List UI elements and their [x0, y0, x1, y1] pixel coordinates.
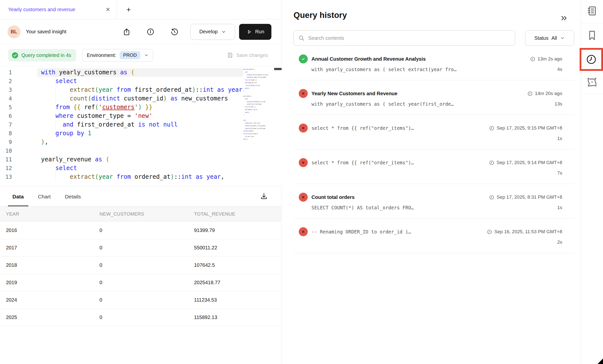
line-number: 11 [0, 155, 12, 164]
query-history-item[interactable]: Yearly New Customers and Revenue14m 20s … [294, 80, 574, 115]
clock-icon [586, 54, 597, 65]
table-cell: 0 [100, 297, 194, 303]
run-button[interactable]: Run [239, 24, 271, 40]
error-x-icon [299, 227, 308, 236]
divider [581, 93, 603, 94]
code-line-7[interactable]: 7 and first_ordered_at is not null [0, 120, 243, 129]
table-cell: 0 [100, 262, 194, 268]
environment-selector[interactable]: Environment: PROD [82, 49, 153, 61]
search-input[interactable] [308, 35, 510, 41]
play-icon [246, 29, 252, 35]
environment-label: Environment: [87, 52, 116, 58]
column-header: YEAR [6, 211, 100, 217]
new-tab-button[interactable]: + [124, 5, 134, 14]
run-label: Run [255, 29, 264, 35]
code-line-2[interactable]: 2 select [0, 77, 243, 86]
tab-data[interactable]: Data [12, 187, 24, 206]
mouse-cursor [598, 359, 603, 364]
table-cell: 115892.13 [194, 315, 282, 320]
code-line-4[interactable]: 4 count(distinct customer_id) as new_cus… [0, 94, 243, 103]
editor-minimap[interactable]: with yearly_customers as ( select extrac… [243, 68, 274, 178]
table-cell: 0 [100, 228, 194, 233]
tab-details[interactable]: Details [65, 187, 81, 206]
query-timestamp: 14m 20s ago [527, 91, 562, 96]
code-line-10[interactable]: 10 [0, 146, 243, 155]
indent-guide [70, 94, 70, 103]
code-line-5[interactable]: 5 from {{ ref('customers') }} [0, 103, 243, 112]
right-icon-rail [581, 0, 603, 364]
line-number: 12 [0, 164, 12, 173]
environment-value-badge: PROD [120, 51, 140, 59]
query-title: Annual Customer Growth and Revenue Analy… [311, 56, 426, 62]
results-tab-bar: DataChartDetails [0, 187, 282, 207]
line-number: 1 [0, 68, 12, 77]
code-line-3[interactable]: 3 extract(year from first_ordered_at)::i… [0, 86, 243, 94]
code-line-6[interactable]: 6 where customer_type = 'new' [0, 112, 243, 120]
close-icon[interactable]: ✕ [106, 7, 110, 12]
table-cell: 2018 [6, 262, 100, 268]
query-duration: 1s [557, 205, 562, 210]
query-history-item[interactable]: -- Renaming ORDER_ID to order_id i…Sep 1… [294, 219, 574, 253]
query-duration: 4s [557, 67, 562, 72]
table-cell: 107642.5 [194, 262, 282, 268]
dbt-icon[interactable] [586, 76, 598, 89]
indent-guide [55, 120, 56, 129]
query-sql-preview: -- Renaming ORDER_ID to order_id i… [311, 229, 411, 234]
history-icon[interactable] [170, 27, 179, 36]
info-icon[interactable] [146, 27, 155, 36]
query-history-item[interactable]: select * from {{ ref("order_items")…Sep … [294, 149, 574, 184]
line-number: 7 [0, 120, 12, 129]
code-line-9[interactable]: 9), [0, 138, 243, 146]
query-history-item[interactable]: Annual Customer Growth and Revenue Analy… [294, 46, 574, 80]
tab-chart[interactable]: Chart [38, 187, 51, 206]
code-viewport[interactable]: 1with yearly_customers as (2 select3 ext… [0, 68, 243, 181]
table-row: 201902025418.77 [0, 274, 282, 291]
status-filter-dropdown[interactable]: Status All [525, 30, 574, 46]
query-history-item[interactable]: select * from {{ ref("order_items")…Sep … [294, 115, 574, 149]
line-number: 10 [0, 146, 12, 155]
line-number: 13 [0, 173, 12, 181]
table-row: 20170550011.22 [0, 239, 282, 257]
indent-guide [55, 103, 56, 112]
search-input-wrapper[interactable] [294, 30, 515, 46]
table-cell: 2024 [6, 297, 100, 303]
page-title: Your saved insight [26, 29, 66, 35]
query-history-item[interactable]: Count total ordersSep 17, 2025, 8:31 PM … [294, 184, 574, 219]
check-circle-icon [12, 52, 18, 59]
error-x-icon [299, 158, 308, 167]
code-line-12[interactable]: 12 select [0, 164, 243, 173]
download-icon[interactable] [260, 192, 269, 201]
table-cell: 2025418.77 [194, 280, 282, 285]
query-timestamp: 13m 2s ago [530, 56, 562, 62]
develop-button[interactable]: Develop [190, 24, 235, 40]
status-filter-label: Status [534, 35, 549, 41]
line-number: 6 [0, 112, 12, 120]
table-cell: 0 [100, 245, 194, 251]
indent-guide [55, 94, 56, 103]
query-timestamp: Sep 17, 2025, 8:31 PM GMT+8 [489, 194, 562, 200]
table-row: 20240111234.53 [0, 291, 282, 309]
code-line-11[interactable]: 11yearly_revenue as ( [0, 155, 243, 164]
avatar: BL [7, 25, 20, 38]
sql-code-editor[interactable]: 1with yearly_customers as (2 select3 ext… [0, 66, 282, 186]
panel-title: Query history [294, 10, 574, 20]
notebook-icon[interactable] [586, 5, 598, 18]
tab-yearly-customers-and-revenue[interactable]: Yearly customers and revenue ✕ [0, 0, 117, 19]
query-status-text: Query completed in 4s [21, 52, 71, 58]
code-line-1[interactable]: 1with yearly_customers as ( [0, 68, 243, 77]
share-icon[interactable] [122, 27, 131, 36]
chevrons-right-icon[interactable] [560, 14, 568, 23]
save-changes-button[interactable]: Save changes [227, 52, 268, 58]
line-number: 3 [0, 86, 12, 94]
code-line-8[interactable]: 8 group by 1 [0, 129, 243, 138]
table-cell: 0 [100, 315, 194, 320]
table-cell: 2025 [6, 315, 100, 320]
bookmark-icon[interactable] [586, 30, 598, 42]
column-header: TOTAL_REVENUE [194, 211, 282, 217]
tab-title: Yearly customers and revenue [8, 7, 75, 12]
editor-scrollbar[interactable] [274, 68, 282, 70]
success-check-icon [299, 54, 308, 63]
query-history-clock-icon-highlighted[interactable] [580, 48, 603, 71]
query-sql-preview: SELECT COUNT(*) AS total_orders FRO… [311, 205, 414, 210]
code-line-13[interactable]: 13 extract(year from ordered_at)::int as… [0, 173, 243, 181]
